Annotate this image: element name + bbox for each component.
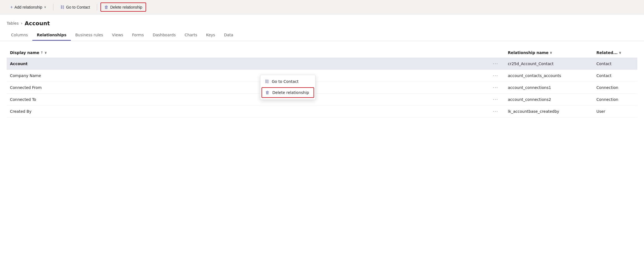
link-icon: ⛓ — [60, 5, 64, 9]
cell-display-name: Company Name — [7, 70, 488, 82]
cell-related: Contact — [593, 58, 637, 70]
cell-display-name: Connected From — [7, 82, 488, 94]
table-row[interactable]: Connected From ··· account_connections1 … — [7, 82, 637, 94]
toolbar-divider-1 — [53, 4, 53, 11]
context-menu-go-to-contact[interactable]: ⛓ Go to Contact — [260, 76, 315, 87]
row-actions-button[interactable]: ··· — [491, 96, 500, 103]
context-menu: ⛓ Go to Contact 🗑 Delete relationship — [260, 75, 315, 100]
cell-relationship-name: cr25d_Account_Contact — [505, 58, 593, 70]
cell-relationship-name: account_connections2 — [505, 94, 593, 106]
tab-views[interactable]: Views — [108, 30, 128, 41]
cell-related: Contact — [593, 70, 637, 82]
row-actions-button[interactable]: ··· — [491, 73, 500, 79]
tab-keys[interactable]: Keys — [202, 30, 220, 41]
tab-data[interactable]: Data — [219, 30, 237, 41]
rel-sort-icon: ∨ — [550, 51, 552, 55]
col-header-relationship-name[interactable]: Relationship name ∨ — [505, 48, 593, 58]
relationships-table: Display name ↑ ∨ Relationship name ∨ Rel… — [7, 48, 637, 117]
table-row[interactable]: Created By ··· lk_accountbase_createdby … — [7, 106, 637, 117]
add-relationship-chevron: ∨ — [44, 5, 46, 9]
trash-icon-context: 🗑 — [265, 90, 270, 95]
context-menu-delete-relationship[interactable]: 🗑 Delete relationship — [262, 87, 314, 98]
tabs-bar: Columns Relationships Business rules Vie… — [0, 30, 644, 41]
go-to-contact-button[interactable]: ⛓ Go to Contact — [57, 3, 94, 11]
table-area: Display name ↑ ∨ Relationship name ∨ Rel… — [0, 41, 644, 117]
display-name-sort[interactable]: Display name ↑ ∨ — [10, 50, 47, 55]
col-relationship-name-label: Relationship name — [508, 50, 549, 55]
cell-dots[interactable]: ··· — [488, 82, 505, 94]
cell-related: Connection — [593, 82, 637, 94]
related-sort-icon: ∨ — [619, 51, 622, 55]
context-menu-delete-relationship-label: Delete relationship — [272, 90, 309, 95]
cell-display-name: Connected To — [7, 94, 488, 106]
cell-dots[interactable]: ··· — [488, 94, 505, 106]
tab-dashboards[interactable]: Dashboards — [148, 30, 180, 41]
tab-columns[interactable]: Columns — [7, 30, 32, 41]
tab-business-rules[interactable]: Business rules — [71, 30, 108, 41]
cell-dots[interactable]: ··· — [488, 106, 505, 117]
cell-display-name: Created By — [7, 106, 488, 117]
col-related-label: Related... — [596, 50, 618, 55]
sort-desc-icon: ∨ — [44, 51, 47, 55]
tab-forms[interactable]: Forms — [128, 30, 148, 41]
breadcrumb-tables-link[interactable]: Tables — [7, 21, 19, 25]
link-icon-context: ⛓ — [265, 79, 269, 84]
col-header-related[interactable]: Related... ∨ — [593, 48, 637, 58]
delete-relationship-button[interactable]: 🗑 Delete relationship — [100, 2, 146, 12]
sort-asc-icon: ↑ — [40, 51, 43, 55]
relationship-name-sort[interactable]: Relationship name ∨ — [508, 50, 552, 55]
table-row[interactable]: Company Name ··· account_contacts_accoun… — [7, 70, 637, 82]
trash-icon-toolbar: 🗑 — [104, 5, 108, 9]
cell-display-name: Account — [7, 58, 488, 70]
table-row[interactable]: Connected To ··· account_connections2 Co… — [7, 94, 637, 106]
go-to-contact-label: Go to Contact — [66, 5, 90, 9]
cell-related: User — [593, 106, 637, 117]
related-sort[interactable]: Related... ∨ — [596, 50, 621, 55]
cell-dots[interactable]: ··· — [488, 58, 505, 70]
cell-dots[interactable]: ··· — [488, 70, 505, 82]
delete-relationship-label: Delete relationship — [110, 5, 142, 9]
table-row[interactable]: Account ··· cr25d_Account_Contact Contac… — [7, 58, 637, 70]
breadcrumb-current: Account — [25, 20, 50, 27]
col-header-actions — [488, 48, 505, 58]
tab-relationships[interactable]: Relationships — [32, 30, 71, 41]
row-actions-button[interactable]: ··· — [491, 61, 500, 67]
tab-charts[interactable]: Charts — [180, 30, 202, 41]
cell-relationship-name: lk_accountbase_createdby — [505, 106, 593, 117]
cell-relationship-name: account_connections1 — [505, 82, 593, 94]
toolbar: + Add relationship ∨ ⛓ Go to Contact 🗑 D… — [0, 0, 644, 14]
toolbar-divider-2 — [97, 4, 97, 11]
row-actions-button[interactable]: ··· — [491, 85, 500, 91]
cell-relationship-name: account_contacts_accounts — [505, 70, 593, 82]
cell-related: Connection — [593, 94, 637, 106]
add-relationship-button[interactable]: + Add relationship ∨ — [7, 3, 50, 12]
add-relationship-label: Add relationship — [14, 5, 42, 9]
breadcrumb-separator: › — [21, 21, 23, 25]
breadcrumb: Tables › Account — [0, 14, 644, 28]
col-header-display-name[interactable]: Display name ↑ ∨ — [7, 48, 488, 58]
context-menu-go-to-contact-label: Go to Contact — [272, 79, 299, 84]
col-display-name-label: Display name — [10, 50, 39, 55]
plus-icon: + — [10, 5, 13, 10]
row-actions-button[interactable]: ··· — [491, 108, 500, 114]
